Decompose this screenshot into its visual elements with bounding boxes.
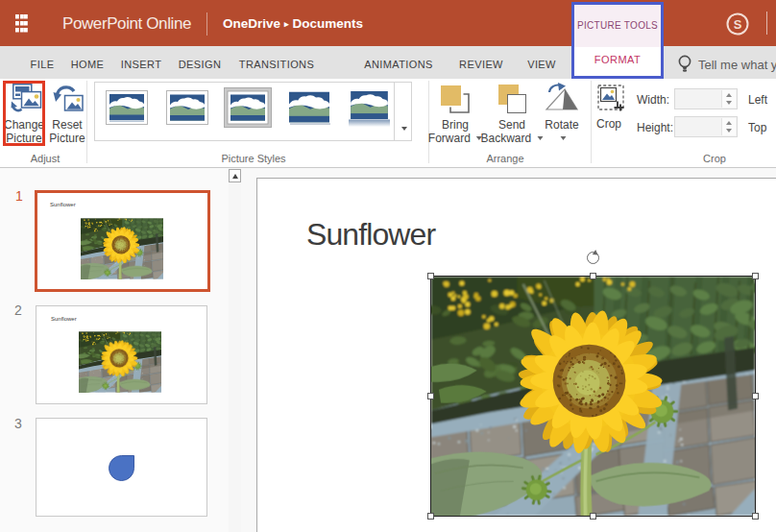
svg-text:S: S bbox=[734, 17, 742, 32]
